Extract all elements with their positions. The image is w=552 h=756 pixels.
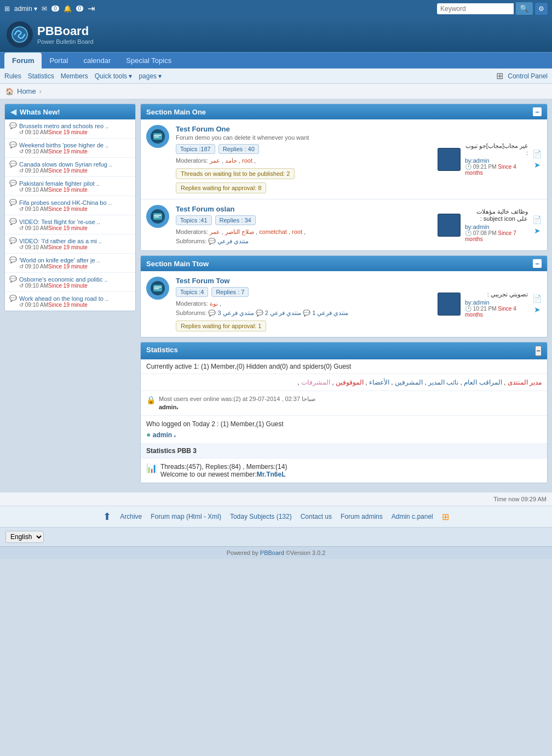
news-title-9[interactable]: 💬 Work ahead on the long road to .. [9, 295, 131, 302]
footer-cpanel[interactable]: Admin c.panel [392, 513, 433, 520]
subforum-tow-2[interactable]: منتدي فرعي 2 [265, 310, 301, 316]
news-title-5[interactable]: 💬 VIDEO: Test flight for 're-use .. [9, 218, 131, 225]
stats-active: Currently active 1: (1) Member,(0) Hidde… [141, 359, 547, 374]
forum-oslan-name[interactable]: Test Forum oslan [176, 205, 432, 213]
mod-omar2[interactable]: عمر [210, 228, 220, 235]
tab-calendar[interactable]: calendar [76, 53, 118, 68]
legend-members[interactable]: الأعضاء [369, 379, 389, 386]
post-doc-icon2[interactable]: 📄 [532, 215, 542, 224]
legend-viceadmin[interactable]: نائب المدير [428, 379, 458, 386]
news-title-0[interactable]: 💬 Brussels metro and schools reo .. [9, 122, 131, 129]
news-time-icon-5: ↺ [19, 225, 24, 231]
members-link[interactable]: Members [61, 72, 88, 80]
news-forum-icon-8: 💬 [9, 276, 17, 283]
footer-archive[interactable]: Archive [120, 513, 142, 520]
forum-oslan-last-post: وظائف خالية مؤهلات على subject icon : by… [432, 205, 542, 245]
section-one-collapse[interactable]: − [533, 107, 542, 116]
legend-female-mods[interactable]: المشرفات [301, 379, 330, 386]
pbboard-link[interactable]: PBBoard [260, 549, 284, 556]
sub-nav: Rules Statistics Members Quick tools ▾ p… [0, 68, 552, 84]
search-button[interactable]: 🔍 [516, 2, 533, 15]
quick-tools-dropdown[interactable]: Quick tools ▾ [95, 72, 133, 80]
subforum-tow-3[interactable]: منتدي فرعي 3 [217, 310, 254, 316]
mod-omar[interactable]: عمر [210, 157, 220, 164]
forum-one-replies: Replies : 40 [219, 144, 259, 154]
post-doc-icon3[interactable]: 📄 [532, 294, 542, 303]
tab-forum[interactable]: Forum [4, 53, 42, 68]
news-title-7[interactable]: 💬 'World on knife edge' after je .. [9, 256, 131, 264]
legend-supervisor[interactable]: المراقب العام [464, 379, 502, 386]
mod-salah[interactable]: صلاح الناصر [225, 228, 254, 235]
sidebar: ◀ Whats New! 💬 Brussels metro and school… [4, 104, 136, 488]
post-next-icon3[interactable]: ➤ [534, 305, 540, 314]
newest-member-link[interactable]: Mr.Tn6eL [257, 471, 286, 478]
mod-nawa[interactable]: نوة [210, 300, 218, 307]
forum-tow-last-post: تصويتي تجريبي : by:admin 🕐 10:21 PM Sinc… [432, 277, 542, 331]
section-ttow-collapse[interactable]: − [533, 259, 542, 268]
statistics-link[interactable]: Statistics [28, 72, 54, 80]
news-title-1[interactable]: 💬 Weekend births 'pose higher de .. [9, 141, 131, 148]
logout-icon[interactable]: ⇥ [88, 3, 95, 14]
statistics-title: Statistics [146, 346, 178, 356]
pages-dropdown[interactable]: pages ▾ [139, 72, 162, 80]
mod-cometchat[interactable]: cometchat [259, 228, 287, 235]
search-input[interactable] [437, 3, 514, 14]
news-item-4: 💬 Fifa probes second HK-China bo .. ↺ 09… [5, 196, 135, 215]
subforum-icon3: 💬 [303, 310, 311, 316]
legend-moderators[interactable]: المشرفين [395, 379, 423, 386]
up-icon[interactable]: ⬆ [103, 511, 111, 523]
subforum-tow-1[interactable]: منتدي فرعي 1 [312, 310, 348, 316]
footer-forum-map[interactable]: Forum map (Html - Xml) [151, 513, 221, 520]
legend-suspended[interactable]: الموقوفين [336, 379, 364, 386]
language-select[interactable]: English [5, 531, 44, 543]
news-title-8[interactable]: 💬 Osborne's economic and politic .. [9, 276, 131, 283]
stats-who-member[interactable]: admin ، [153, 431, 176, 439]
statistics-collapse[interactable]: − [535, 346, 542, 356]
news-title-6[interactable]: 💬 VIDEO: 'I'd rather die as a mi .. [9, 237, 131, 244]
footer-today-subjects[interactable]: Today Subjects (132) [230, 513, 292, 520]
legend-admin[interactable]: مدير المنتدى [508, 379, 542, 386]
notifications-icon[interactable]: 🔔 [64, 5, 72, 13]
logo-box[interactable]: PBBoard Power Bulletin Board [7, 21, 94, 48]
lock-icon: 🔒 [146, 396, 156, 404]
rss-icon[interactable]: ⊞ [442, 512, 449, 522]
rules-link[interactable]: Rules [4, 72, 21, 80]
forum-one-lp-title[interactable]: غير مجاب[مجاب]جو تيوب : [465, 142, 528, 156]
forum-oslan-lp-title[interactable]: وظائف خالية مؤهلات على subject icon : [465, 208, 528, 222]
news-title-3[interactable]: 💬 Pakistani female fighter pilot .. [9, 180, 131, 187]
post-next-icon2[interactable]: ➤ [534, 226, 540, 235]
mod-root2[interactable]: root [292, 228, 302, 235]
powered-text: Powered by [227, 549, 260, 556]
mod-root[interactable]: root [242, 157, 252, 164]
forum-tow-lp-title[interactable]: تصويتي تجريبي : [465, 291, 528, 298]
news-title-2[interactable]: 💬 Canada slows down Syrian refug .. [9, 161, 131, 168]
post-next-icon[interactable]: ➤ [534, 161, 540, 169]
whats-new-title: Whats New! [20, 108, 60, 116]
post-doc-icon[interactable]: 📄 [532, 150, 542, 158]
subforum-1[interactable]: منتدي فرعي [217, 238, 249, 244]
footer-admins[interactable]: Forum admins [341, 513, 383, 520]
forum-tow-name[interactable]: Test Forum Tow [176, 277, 432, 285]
forum-oslan-avatar[interactable] [146, 205, 169, 228]
forum-tow-avatar[interactable] [146, 277, 169, 300]
control-panel-link[interactable]: Control Panel [508, 72, 548, 80]
messages-icon[interactable]: ✉ [42, 5, 47, 13]
mod-hamid[interactable]: حامد [225, 157, 237, 164]
news-title-4[interactable]: 💬 Fifa probes second HK-China bo .. [9, 199, 131, 206]
grid-menu-icon[interactable]: ⊞ [4, 5, 10, 13]
forum-one-avatar[interactable] [146, 125, 169, 148]
grid-view-icon[interactable]: ⊞ [496, 71, 503, 81]
tab-portal[interactable]: Portal [42, 53, 76, 68]
footer-contact[interactable]: Contact us [301, 513, 332, 520]
tab-special-topics[interactable]: Special Topics [118, 53, 179, 68]
forum-oslan-lp-actions: 📄 ➤ [532, 215, 542, 235]
search-options-icon[interactable]: ⚙ [535, 3, 548, 15]
forum-one-info: Test Forum One Forum demo you can delete… [176, 125, 432, 193]
forum-one-name[interactable]: Test Forum One [176, 125, 432, 133]
subforum-icon: 💬 [208, 238, 216, 244]
stats-newest: Welcome to our newest member:Mr.Tn6eL [160, 471, 287, 478]
home-link[interactable]: Home [17, 87, 36, 95]
forum-tow-replies: Replies : 7 [211, 287, 249, 297]
news-time-icon-4: ↺ [19, 206, 24, 212]
admin-menu[interactable]: admin ▾ [14, 5, 37, 13]
